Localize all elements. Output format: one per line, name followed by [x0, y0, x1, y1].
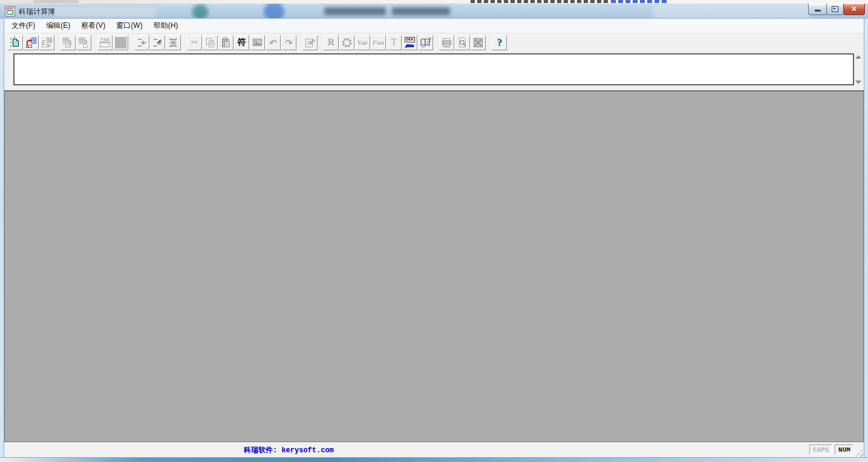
glass-blur-blob	[392, 7, 450, 15]
export-bar-icon	[62, 37, 74, 48]
manual-button[interactable]: ?	[418, 35, 433, 50]
scroll-down-icon[interactable]	[855, 81, 861, 84]
cut-button[interactable]: ✂	[187, 35, 202, 50]
glass-blur-blob	[653, 4, 811, 19]
minimize-icon	[815, 10, 821, 12]
insert-sheet-button[interactable]	[39, 35, 54, 50]
solid-square-icon	[115, 37, 126, 48]
print-preview-button[interactable]	[455, 35, 470, 50]
print-button[interactable]	[439, 35, 454, 50]
insert-sheet-icon	[41, 37, 53, 48]
menu-edit[interactable]: 编辑(E)	[41, 19, 76, 33]
toolbar-group-clipboard: ✂	[187, 35, 297, 50]
export-page-icon	[78, 37, 90, 48]
help-button[interactable]: ?	[492, 35, 507, 50]
r-icon: R	[328, 38, 335, 47]
restore-button[interactable]	[826, 4, 844, 15]
titlebar[interactable]: KERY 科瑞计算簿 ✕	[0, 4, 868, 19]
menu-file[interactable]: 文件(F)	[6, 19, 41, 33]
ysb-box	[100, 42, 110, 47]
function-button[interactable]: Fun	[371, 35, 386, 50]
copy-icon	[204, 37, 216, 48]
t-icon: T	[391, 38, 397, 47]
ysb-icon: YSB	[100, 38, 110, 47]
merge-right-icon	[168, 37, 179, 48]
dek-label: DEK	[405, 37, 415, 42]
menu-help[interactable]: 帮助(H)	[148, 19, 184, 33]
var-icon: Var	[357, 39, 368, 46]
workspace-area	[4, 90, 864, 442]
glass-blur-blob	[192, 4, 208, 19]
fun-icon: Fun	[373, 39, 385, 46]
menu-window[interactable]: 窗口(W)	[111, 19, 148, 33]
formula-panel	[4, 51, 864, 90]
glass-blur-blob	[264, 4, 284, 19]
background-link-fragment	[611, 0, 667, 3]
grid-settings-button[interactable]	[471, 35, 486, 50]
minimize-button[interactable]	[808, 4, 827, 15]
paste-icon	[220, 37, 232, 48]
merge-right-button[interactable]	[166, 35, 181, 50]
redo-button[interactable]: ↷	[281, 35, 296, 50]
export-to-page-button[interactable]	[76, 35, 91, 50]
num-lock-indicator: NUM	[835, 444, 854, 455]
export-to-bar-button[interactable]	[60, 35, 76, 50]
copy-button[interactable]	[203, 35, 218, 50]
picture-button[interactable]	[250, 35, 265, 50]
ysb-button[interactable]: YSB	[97, 35, 113, 50]
close-icon: ✕	[851, 5, 857, 13]
cut-icon: ✂	[191, 38, 198, 47]
gear-ring-icon	[341, 37, 353, 48]
status-brand-text: 科瑞软件: kerysoft.com	[244, 445, 334, 455]
formula-spinner	[855, 54, 862, 85]
app-window: KERY 科瑞计算簿 ✕ 文件(F) 编辑(E) 察看(V) 窗口(W) 帮助(…	[0, 4, 868, 462]
paste-button[interactable]	[218, 35, 233, 50]
close-button[interactable]: ✕	[843, 4, 865, 15]
merge-left-button[interactable]	[134, 35, 149, 50]
formula-input[interactable]	[13, 53, 854, 85]
menu-view[interactable]: 察看(V)	[76, 19, 111, 33]
window-title: 科瑞计算簿	[19, 7, 55, 17]
background-text-fragment	[471, 0, 609, 3]
toolbar-group-ysb: YSB	[97, 35, 129, 50]
printer-icon	[441, 37, 452, 48]
open-button[interactable]	[24, 35, 39, 50]
window-border-left	[0, 19, 4, 457]
undo-icon: ↶	[269, 38, 277, 47]
scroll-up-icon[interactable]	[855, 55, 861, 59]
blue-pen-icon	[404, 42, 416, 48]
calculator-grid-icon	[7, 10, 13, 15]
toolbar-group-file	[8, 35, 55, 50]
window-border-right	[864, 19, 868, 457]
annotate-button[interactable]	[302, 35, 318, 50]
blank-square-button[interactable]	[113, 35, 128, 50]
toolbar-group-print	[439, 35, 486, 50]
dek-button[interactable]: DEK	[402, 35, 417, 50]
glass-blur-blob	[324, 7, 386, 15]
text-button[interactable]: T	[387, 35, 402, 50]
variable-button[interactable]: Var	[355, 35, 370, 50]
statusbar: 科瑞软件: kerysoft.com CAPS NUM	[4, 442, 864, 457]
background-window-fragment	[33, 0, 79, 3]
glass-blur-blob	[53, 6, 157, 18]
edit-note-icon	[304, 37, 316, 48]
result-button[interactable]: R	[324, 35, 339, 50]
book-question-mark: ?	[429, 36, 432, 42]
symbol-fu-button[interactable]: 符	[234, 35, 249, 50]
undo-button[interactable]: ↶	[266, 35, 281, 50]
picture-icon	[252, 37, 263, 48]
rebar-symbol-button[interactable]	[339, 35, 354, 50]
toolbar: YSB	[4, 33, 864, 51]
new-document-icon	[10, 37, 21, 48]
window-controls: ✕	[809, 4, 865, 15]
open-import-icon	[25, 37, 37, 48]
app-logo-icon: KERY	[5, 6, 15, 16]
restore-icon	[832, 6, 838, 12]
print-preview-icon	[457, 37, 468, 48]
resize-grip[interactable]	[855, 448, 863, 457]
merge-return-button[interactable]	[150, 35, 165, 50]
client-area: 文件(F) 编辑(E) 察看(V) 窗口(W) 帮助(H)	[4, 19, 864, 457]
new-sheet-button[interactable]	[8, 35, 23, 50]
toolbar-group-help: ?	[492, 35, 507, 50]
toolbar-group-export	[60, 35, 92, 50]
